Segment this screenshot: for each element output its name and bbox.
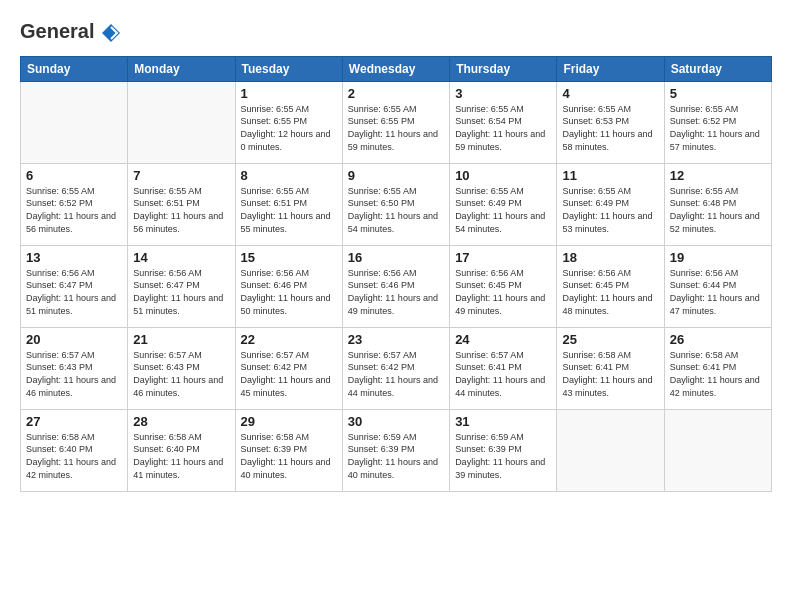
calendar-cell: 26Sunrise: 6:58 AMSunset: 6:41 PMDayligh… [664,327,771,409]
weekday-header-saturday: Saturday [664,56,771,81]
day-number: 11 [562,168,658,183]
day-number: 4 [562,86,658,101]
day-number: 29 [241,414,337,429]
weekday-header-sunday: Sunday [21,56,128,81]
cell-info: Sunrise: 6:55 AMSunset: 6:51 PMDaylight:… [133,185,229,235]
weekday-header-monday: Monday [128,56,235,81]
cell-info: Sunrise: 6:55 AMSunset: 6:52 PMDaylight:… [670,103,766,153]
cell-info: Sunrise: 6:58 AMSunset: 6:41 PMDaylight:… [562,349,658,399]
calendar-cell: 25Sunrise: 6:58 AMSunset: 6:41 PMDayligh… [557,327,664,409]
calendar-cell: 10Sunrise: 6:55 AMSunset: 6:49 PMDayligh… [450,163,557,245]
calendar-cell: 27Sunrise: 6:58 AMSunset: 6:40 PMDayligh… [21,409,128,491]
day-number: 17 [455,250,551,265]
calendar-cell: 24Sunrise: 6:57 AMSunset: 6:41 PMDayligh… [450,327,557,409]
calendar-cell: 6Sunrise: 6:55 AMSunset: 6:52 PMDaylight… [21,163,128,245]
calendar-cell [128,81,235,163]
day-number: 3 [455,86,551,101]
cell-info: Sunrise: 6:55 AMSunset: 6:50 PMDaylight:… [348,185,444,235]
cell-info: Sunrise: 6:55 AMSunset: 6:51 PMDaylight:… [241,185,337,235]
day-number: 25 [562,332,658,347]
cell-info: Sunrise: 6:55 AMSunset: 6:54 PMDaylight:… [455,103,551,153]
calendar-cell: 11Sunrise: 6:55 AMSunset: 6:49 PMDayligh… [557,163,664,245]
day-number: 18 [562,250,658,265]
calendar-cell: 15Sunrise: 6:56 AMSunset: 6:46 PMDayligh… [235,245,342,327]
cell-info: Sunrise: 6:56 AMSunset: 6:46 PMDaylight:… [348,267,444,317]
cell-info: Sunrise: 6:58 AMSunset: 6:40 PMDaylight:… [26,431,122,481]
calendar-cell: 18Sunrise: 6:56 AMSunset: 6:45 PMDayligh… [557,245,664,327]
calendar-week-2: 6Sunrise: 6:55 AMSunset: 6:52 PMDaylight… [21,163,772,245]
day-number: 23 [348,332,444,347]
calendar-cell: 19Sunrise: 6:56 AMSunset: 6:44 PMDayligh… [664,245,771,327]
cell-info: Sunrise: 6:59 AMSunset: 6:39 PMDaylight:… [455,431,551,481]
calendar-week-1: 1Sunrise: 6:55 AMSunset: 6:55 PMDaylight… [21,81,772,163]
day-number: 2 [348,86,444,101]
day-number: 10 [455,168,551,183]
day-number: 7 [133,168,229,183]
calendar-cell: 22Sunrise: 6:57 AMSunset: 6:42 PMDayligh… [235,327,342,409]
day-number: 12 [670,168,766,183]
calendar-cell: 4Sunrise: 6:55 AMSunset: 6:53 PMDaylight… [557,81,664,163]
calendar-cell: 12Sunrise: 6:55 AMSunset: 6:48 PMDayligh… [664,163,771,245]
calendar-cell: 30Sunrise: 6:59 AMSunset: 6:39 PMDayligh… [342,409,449,491]
calendar-cell [21,81,128,163]
cell-info: Sunrise: 6:55 AMSunset: 6:55 PMDaylight:… [241,103,337,153]
day-number: 24 [455,332,551,347]
calendar-cell [664,409,771,491]
cell-info: Sunrise: 6:55 AMSunset: 6:49 PMDaylight:… [455,185,551,235]
cell-info: Sunrise: 6:55 AMSunset: 6:52 PMDaylight:… [26,185,122,235]
cell-info: Sunrise: 6:56 AMSunset: 6:47 PMDaylight:… [26,267,122,317]
calendar-cell: 31Sunrise: 6:59 AMSunset: 6:39 PMDayligh… [450,409,557,491]
calendar-cell [557,409,664,491]
cell-info: Sunrise: 6:55 AMSunset: 6:49 PMDaylight:… [562,185,658,235]
cell-info: Sunrise: 6:57 AMSunset: 6:42 PMDaylight:… [348,349,444,399]
calendar-cell: 13Sunrise: 6:56 AMSunset: 6:47 PMDayligh… [21,245,128,327]
day-number: 27 [26,414,122,429]
calendar-cell: 3Sunrise: 6:55 AMSunset: 6:54 PMDaylight… [450,81,557,163]
weekday-header-friday: Friday [557,56,664,81]
calendar-cell: 16Sunrise: 6:56 AMSunset: 6:46 PMDayligh… [342,245,449,327]
calendar-cell: 29Sunrise: 6:58 AMSunset: 6:39 PMDayligh… [235,409,342,491]
cell-info: Sunrise: 6:55 AMSunset: 6:55 PMDaylight:… [348,103,444,153]
calendar-cell: 17Sunrise: 6:56 AMSunset: 6:45 PMDayligh… [450,245,557,327]
calendar-cell: 21Sunrise: 6:57 AMSunset: 6:43 PMDayligh… [128,327,235,409]
calendar-cell: 9Sunrise: 6:55 AMSunset: 6:50 PMDaylight… [342,163,449,245]
page: General SundayMondayTuesdayWednesdayThur… [0,0,792,612]
day-number: 21 [133,332,229,347]
day-number: 15 [241,250,337,265]
cell-info: Sunrise: 6:59 AMSunset: 6:39 PMDaylight:… [348,431,444,481]
weekday-header-tuesday: Tuesday [235,56,342,81]
cell-info: Sunrise: 6:55 AMSunset: 6:53 PMDaylight:… [562,103,658,153]
weekday-header-thursday: Thursday [450,56,557,81]
weekday-header-wednesday: Wednesday [342,56,449,81]
day-number: 31 [455,414,551,429]
calendar-cell: 7Sunrise: 6:55 AMSunset: 6:51 PMDaylight… [128,163,235,245]
calendar-week-3: 13Sunrise: 6:56 AMSunset: 6:47 PMDayligh… [21,245,772,327]
day-number: 16 [348,250,444,265]
calendar-table: SundayMondayTuesdayWednesdayThursdayFrid… [20,56,772,492]
cell-info: Sunrise: 6:56 AMSunset: 6:47 PMDaylight:… [133,267,229,317]
cell-info: Sunrise: 6:56 AMSunset: 6:45 PMDaylight:… [455,267,551,317]
day-number: 20 [26,332,122,347]
calendar-cell: 14Sunrise: 6:56 AMSunset: 6:47 PMDayligh… [128,245,235,327]
calendar-cell: 8Sunrise: 6:55 AMSunset: 6:51 PMDaylight… [235,163,342,245]
calendar-week-5: 27Sunrise: 6:58 AMSunset: 6:40 PMDayligh… [21,409,772,491]
calendar-cell: 23Sunrise: 6:57 AMSunset: 6:42 PMDayligh… [342,327,449,409]
calendar-week-4: 20Sunrise: 6:57 AMSunset: 6:43 PMDayligh… [21,327,772,409]
day-number: 1 [241,86,337,101]
cell-info: Sunrise: 6:57 AMSunset: 6:43 PMDaylight:… [26,349,122,399]
day-number: 26 [670,332,766,347]
day-number: 28 [133,414,229,429]
cell-info: Sunrise: 6:57 AMSunset: 6:41 PMDaylight:… [455,349,551,399]
day-number: 22 [241,332,337,347]
cell-info: Sunrise: 6:56 AMSunset: 6:44 PMDaylight:… [670,267,766,317]
day-number: 9 [348,168,444,183]
calendar-cell: 2Sunrise: 6:55 AMSunset: 6:55 PMDaylight… [342,81,449,163]
cell-info: Sunrise: 6:55 AMSunset: 6:48 PMDaylight:… [670,185,766,235]
calendar-cell: 5Sunrise: 6:55 AMSunset: 6:52 PMDaylight… [664,81,771,163]
day-number: 5 [670,86,766,101]
day-number: 19 [670,250,766,265]
cell-info: Sunrise: 6:56 AMSunset: 6:45 PMDaylight:… [562,267,658,317]
cell-info: Sunrise: 6:58 AMSunset: 6:41 PMDaylight:… [670,349,766,399]
cell-info: Sunrise: 6:56 AMSunset: 6:46 PMDaylight:… [241,267,337,317]
day-number: 13 [26,250,122,265]
